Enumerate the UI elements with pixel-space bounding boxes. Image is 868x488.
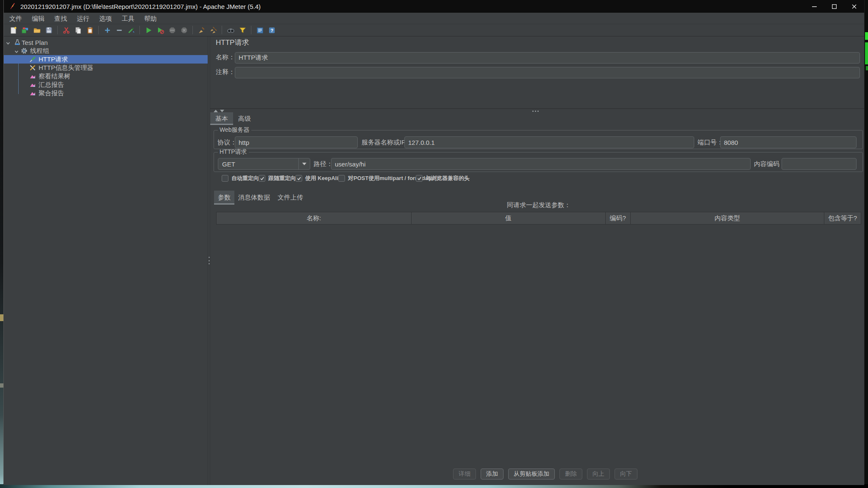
window-controls (804, 0, 864, 13)
tree-item-label: HTTP信息头管理器 (39, 64, 93, 72)
desktop-speck (0, 314, 3, 321)
down-button: 向下 (615, 469, 637, 480)
column-header-4: 包含等于? (824, 212, 861, 224)
menubar: 文件编辑查找运行选项工具帮助 (4, 13, 864, 24)
tree-item-label: Test Plan (22, 39, 48, 46)
protocol-input[interactable] (235, 136, 358, 148)
titlebar: 20201219201207.jmx (D:\file\testReport\2… (4, 0, 864, 13)
checkbox-option-1[interactable]: 跟随重定向 (259, 175, 296, 182)
cut-icon[interactable] (61, 25, 71, 35)
start-icon[interactable] (144, 25, 153, 35)
open-icon[interactable] (32, 25, 42, 35)
method-value: GET (218, 161, 298, 168)
chevron-down-icon[interactable] (6, 40, 11, 45)
close-button[interactable] (844, 0, 864, 13)
tree-item-test-plan[interactable]: Test Plan (4, 38, 208, 47)
checkbox-option-0[interactable]: 自动重定向 (222, 175, 259, 182)
divider-grip[interactable] (209, 257, 210, 264)
summary-report-icon (29, 81, 36, 88)
chevron-down-icon[interactable] (14, 48, 19, 53)
tree-item-http-request[interactable]: HTTP请求 (4, 55, 208, 64)
search-icon[interactable] (226, 25, 235, 35)
tree-item-label: 聚合报告 (39, 89, 64, 97)
unchecked-checkbox-icon[interactable] (222, 175, 228, 182)
tree-item-label: 汇总报告 (39, 81, 64, 89)
tab-basic[interactable]: 基本 (210, 112, 233, 125)
menu-item-1[interactable]: 编辑 (28, 13, 49, 24)
clear-all-icon[interactable] (209, 25, 218, 35)
encoding-input[interactable] (782, 158, 857, 170)
main-area: Test Plan线程组HTTP请求HTTP信息头管理器察看结果树汇总报告聚合报… (4, 36, 864, 485)
checkbox-label: 跟随重定向 (268, 175, 296, 182)
clear-icon[interactable] (197, 25, 206, 35)
tree-item-thread-group[interactable]: 线程组 (4, 47, 208, 55)
detail-button: 详细 (453, 469, 476, 480)
paste-icon[interactable] (85, 25, 95, 35)
toolbar: ? (4, 24, 864, 36)
desktop-edge-left (0, 0, 3, 484)
window-title: 20201219201207.jmx (D:\file\testReport\2… (20, 3, 261, 10)
checkbox-option-2[interactable]: 使用 KeepAlive (295, 175, 344, 182)
menu-item-5[interactable]: 工具 (117, 13, 139, 24)
svg-text:?: ? (270, 28, 273, 33)
log-viewer-icon[interactable] (255, 25, 264, 35)
server-input[interactable] (404, 136, 694, 148)
checked-checkbox-icon[interactable] (416, 175, 423, 182)
maximize-button[interactable] (824, 0, 844, 13)
start-no-timers-icon[interactable] (156, 25, 165, 35)
splitter[interactable] (210, 108, 864, 113)
checked-checkbox-icon[interactable] (295, 175, 302, 182)
method-dropdown-button[interactable] (298, 158, 310, 169)
tree-item-view-results-tree[interactable]: 察看结果树 (4, 72, 208, 80)
comment-input[interactable] (235, 67, 860, 78)
name-input[interactable] (235, 52, 860, 64)
menu-item-3[interactable]: 运行 (72, 13, 94, 24)
web-server-legend: Web服务器 (218, 126, 251, 134)
protocol-label: 协议： (217, 139, 236, 147)
name-label: 名称： (216, 53, 235, 61)
add-from-clipboard-button[interactable]: 从剪贴板添加 (508, 469, 555, 480)
function-helper-icon[interactable] (238, 25, 247, 35)
help-icon[interactable]: ? (267, 25, 276, 35)
menu-item-6[interactable]: 帮助 (140, 13, 161, 24)
expand-all-icon[interactable] (103, 25, 112, 35)
toggle-icon[interactable] (126, 25, 136, 35)
params-table-caption: 同请求一起发送参数： (216, 201, 861, 209)
minimize-button[interactable] (804, 0, 824, 13)
column-header-1: 值 (412, 212, 605, 224)
tree-item-label: HTTP请求 (39, 55, 68, 64)
header-manager-icon (29, 64, 36, 71)
menu-item-2[interactable]: 查找 (50, 13, 71, 24)
desktop-speck (0, 383, 3, 388)
menu-item-0[interactable]: 文件 (5, 13, 26, 24)
toolbar-separator (57, 26, 58, 34)
menu-item-4[interactable]: 选项 (95, 13, 116, 24)
checked-checkbox-icon[interactable] (259, 175, 265, 182)
save-icon[interactable] (44, 25, 53, 35)
tree-item-summary-report[interactable]: 汇总报告 (4, 80, 208, 89)
path-input[interactable] (331, 158, 751, 170)
up-button: 向上 (587, 469, 610, 480)
test-plan-tree: Test Plan线程组HTTP请求HTTP信息头管理器察看结果树汇总报告聚合报… (4, 36, 208, 485)
column-header-3: 内容类型 (631, 212, 824, 224)
splitter-handle-icon[interactable] (532, 111, 539, 112)
collapse-all-icon[interactable] (114, 25, 124, 35)
aggregate-report-icon (29, 90, 36, 97)
new-file-icon[interactable] (8, 25, 18, 35)
tab-advanced[interactable]: 高级 (233, 112, 256, 125)
thread-group-icon (21, 47, 28, 54)
tree-item-header-manager[interactable]: HTTP信息头管理器 (4, 64, 208, 72)
unchecked-checkbox-icon[interactable] (338, 175, 345, 182)
copy-icon[interactable] (73, 25, 83, 35)
templates-icon[interactable] (20, 25, 30, 35)
port-input[interactable] (720, 136, 857, 148)
http-request-editor: HTTP请求 名称： 注释： 基本高级 Web服务器 (210, 36, 864, 485)
tree-item-aggregate-report[interactable]: 聚合报告 (4, 89, 208, 97)
checkbox-option-4[interactable]: 与浏览器兼容的头 (416, 175, 470, 182)
main-tabstrip: 基本高级 (210, 112, 256, 125)
params-table-header: 名称:值编码?内容类型包含等于? (216, 212, 861, 225)
method-select[interactable]: GET (218, 158, 310, 170)
add-button[interactable]: 添加 (481, 469, 504, 480)
desktop-green-fragment (865, 42, 868, 64)
desktop-edge-right (865, 0, 868, 484)
